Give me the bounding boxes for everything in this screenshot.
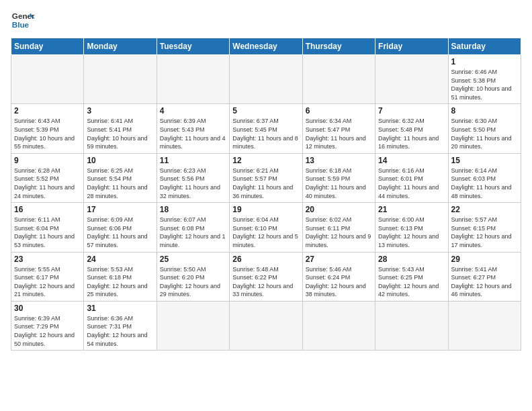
calendar-day-cell: 19Sunrise: 6:04 AM Sunset: 6:10 PM Dayli… <box>230 203 302 252</box>
day-info: Sunrise: 6:28 AM Sunset: 5:52 PM Dayligh… <box>14 167 81 200</box>
day-number: 18 <box>160 205 226 214</box>
day-number: 24 <box>87 255 153 264</box>
calendar-week-row: 30Sunrise: 6:39 AM Sunset: 7:29 PM Dayli… <box>11 301 521 350</box>
day-info: Sunrise: 6:46 AM Sunset: 5:38 PM Dayligh… <box>451 68 518 101</box>
calendar-week-row: 1Sunrise: 6:46 AM Sunset: 5:38 PM Daylig… <box>11 55 521 104</box>
day-number: 16 <box>14 205 81 214</box>
calendar-day-cell <box>302 55 375 104</box>
calendar-day-cell <box>11 55 84 104</box>
day-info: Sunrise: 5:46 AM Sunset: 6:24 PM Dayligh… <box>306 265 372 299</box>
day-info: Sunrise: 6:00 AM Sunset: 6:13 PM Dayligh… <box>378 216 445 249</box>
calendar-day-cell: 6Sunrise: 6:34 AM Sunset: 5:47 PM Daylig… <box>302 104 375 153</box>
day-info: Sunrise: 5:55 AM Sunset: 6:17 PM Dayligh… <box>14 265 81 299</box>
day-number: 1 <box>451 57 518 66</box>
calendar-day-cell: 12Sunrise: 6:21 AM Sunset: 5:57 PM Dayli… <box>230 153 302 202</box>
day-info: Sunrise: 6:11 AM Sunset: 6:04 PM Dayligh… <box>14 216 81 249</box>
day-number: 21 <box>378 205 445 214</box>
day-info: Sunrise: 5:53 AM Sunset: 6:18 PM Dayligh… <box>87 265 153 299</box>
calendar-day-cell: 24Sunrise: 5:53 AM Sunset: 6:18 PM Dayli… <box>84 252 157 301</box>
day-info: Sunrise: 6:21 AM Sunset: 5:57 PM Dayligh… <box>232 167 299 200</box>
day-info: Sunrise: 6:14 AM Sunset: 6:03 PM Dayligh… <box>451 167 518 200</box>
day-number: 22 <box>451 205 518 214</box>
calendar-day-cell: 1Sunrise: 6:46 AM Sunset: 5:38 PM Daylig… <box>448 55 521 104</box>
day-info: Sunrise: 6:39 AM Sunset: 7:29 PM Dayligh… <box>14 314 81 348</box>
calendar-day-cell: 14Sunrise: 6:16 AM Sunset: 6:01 PM Dayli… <box>375 153 448 202</box>
day-info: Sunrise: 6:34 AM Sunset: 5:47 PM Dayligh… <box>306 117 372 150</box>
calendar-day-cell: 18Sunrise: 6:07 AM Sunset: 6:08 PM Dayli… <box>157 203 229 252</box>
calendar-day-header: Saturday <box>448 38 521 55</box>
calendar-week-row: 2Sunrise: 6:43 AM Sunset: 5:39 PM Daylig… <box>11 104 521 153</box>
calendar-day-cell: 22Sunrise: 5:57 AM Sunset: 6:15 PM Dayli… <box>448 203 521 252</box>
calendar-day-cell: 20Sunrise: 6:02 AM Sunset: 6:11 PM Dayli… <box>302 203 375 252</box>
calendar-day-cell: 3Sunrise: 6:41 AM Sunset: 5:41 PM Daylig… <box>84 104 157 153</box>
day-info: Sunrise: 5:50 AM Sunset: 6:20 PM Dayligh… <box>160 265 226 299</box>
calendar-day-cell <box>230 55 302 104</box>
day-number: 23 <box>14 255 81 264</box>
calendar-day-cell <box>448 301 521 350</box>
day-number: 9 <box>14 156 81 165</box>
logo: General Blue <box>11 8 35 32</box>
calendar-day-cell: 31Sunrise: 6:36 AM Sunset: 7:31 PM Dayli… <box>84 301 157 350</box>
svg-text:Blue: Blue <box>12 20 30 29</box>
calendar-day-cell: 17Sunrise: 6:09 AM Sunset: 6:06 PM Dayli… <box>84 203 157 252</box>
calendar-day-header: Tuesday <box>157 38 229 55</box>
calendar-week-row: 23Sunrise: 5:55 AM Sunset: 6:17 PM Dayli… <box>11 252 521 301</box>
day-info: Sunrise: 5:41 AM Sunset: 6:27 PM Dayligh… <box>451 265 518 299</box>
day-info: Sunrise: 6:18 AM Sunset: 5:59 PM Dayligh… <box>306 167 372 200</box>
day-number: 12 <box>232 156 299 165</box>
day-info: Sunrise: 6:09 AM Sunset: 6:06 PM Dayligh… <box>87 216 153 249</box>
calendar-day-cell <box>157 301 229 350</box>
day-number: 2 <box>14 106 81 116</box>
page: General Blue SundayMondayTuesdayWednesda… <box>0 0 532 411</box>
day-info: Sunrise: 6:02 AM Sunset: 6:11 PM Dayligh… <box>306 216 372 249</box>
calendar-day-header: Monday <box>84 38 157 55</box>
calendar-day-cell: 15Sunrise: 6:14 AM Sunset: 6:03 PM Dayli… <box>448 153 521 202</box>
calendar-day-cell: 7Sunrise: 6:32 AM Sunset: 5:48 PM Daylig… <box>375 104 448 153</box>
day-info: Sunrise: 5:48 AM Sunset: 6:22 PM Dayligh… <box>232 265 299 299</box>
calendar-day-cell: 28Sunrise: 5:43 AM Sunset: 6:25 PM Dayli… <box>375 252 448 301</box>
day-info: Sunrise: 6:07 AM Sunset: 6:08 PM Dayligh… <box>160 216 226 249</box>
calendar-day-cell: 26Sunrise: 5:48 AM Sunset: 6:22 PM Dayli… <box>230 252 302 301</box>
day-info: Sunrise: 6:37 AM Sunset: 5:45 PM Dayligh… <box>232 117 299 150</box>
logo-icon: General Blue <box>11 8 35 32</box>
calendar-day-cell: 25Sunrise: 5:50 AM Sunset: 6:20 PM Dayli… <box>157 252 229 301</box>
day-number: 3 <box>87 106 153 116</box>
day-info: Sunrise: 6:36 AM Sunset: 7:31 PM Dayligh… <box>87 314 153 348</box>
day-info: Sunrise: 5:43 AM Sunset: 6:25 PM Dayligh… <box>378 265 445 299</box>
calendar-day-cell: 23Sunrise: 5:55 AM Sunset: 6:17 PM Dayli… <box>11 252 84 301</box>
day-number: 20 <box>306 205 372 214</box>
day-info: Sunrise: 6:25 AM Sunset: 5:54 PM Dayligh… <box>87 167 153 200</box>
calendar-day-cell: 13Sunrise: 6:18 AM Sunset: 5:59 PM Dayli… <box>302 153 375 202</box>
day-number: 7 <box>378 106 445 116</box>
day-number: 17 <box>87 205 153 214</box>
calendar-day-cell: 27Sunrise: 5:46 AM Sunset: 6:24 PM Dayli… <box>302 252 375 301</box>
calendar-day-cell: 11Sunrise: 6:23 AM Sunset: 5:56 PM Dayli… <box>157 153 229 202</box>
calendar-day-cell: 10Sunrise: 6:25 AM Sunset: 5:54 PM Dayli… <box>84 153 157 202</box>
calendar-day-header: Wednesday <box>230 38 302 55</box>
calendar-day-cell: 9Sunrise: 6:28 AM Sunset: 5:52 PM Daylig… <box>11 153 84 202</box>
day-number: 8 <box>451 106 518 116</box>
header: General Blue <box>11 8 521 32</box>
calendar-day-cell: 16Sunrise: 6:11 AM Sunset: 6:04 PM Dayli… <box>11 203 84 252</box>
calendar-day-cell: 5Sunrise: 6:37 AM Sunset: 5:45 PM Daylig… <box>230 104 302 153</box>
calendar-day-cell <box>375 55 448 104</box>
day-info: Sunrise: 6:30 AM Sunset: 5:50 PM Dayligh… <box>451 117 518 150</box>
calendar-day-cell <box>230 301 302 350</box>
day-number: 14 <box>378 156 445 165</box>
day-number: 25 <box>160 255 226 264</box>
day-info: Sunrise: 6:23 AM Sunset: 5:56 PM Dayligh… <box>160 167 226 200</box>
day-info: Sunrise: 6:41 AM Sunset: 5:41 PM Dayligh… <box>87 117 153 150</box>
day-number: 29 <box>451 255 518 264</box>
calendar-day-cell <box>375 301 448 350</box>
day-number: 19 <box>232 205 299 214</box>
day-number: 10 <box>87 156 153 165</box>
calendar-week-row: 16Sunrise: 6:11 AM Sunset: 6:04 PM Dayli… <box>11 203 521 252</box>
day-number: 26 <box>232 255 299 264</box>
day-number: 6 <box>306 106 372 116</box>
day-number: 4 <box>160 106 226 116</box>
day-info: Sunrise: 6:04 AM Sunset: 6:10 PM Dayligh… <box>232 216 299 249</box>
calendar-day-cell: 30Sunrise: 6:39 AM Sunset: 7:29 PM Dayli… <box>11 301 84 350</box>
day-info: Sunrise: 6:16 AM Sunset: 6:01 PM Dayligh… <box>378 167 445 200</box>
calendar-day-cell: 8Sunrise: 6:30 AM Sunset: 5:50 PM Daylig… <box>448 104 521 153</box>
calendar-table: SundayMondayTuesdayWednesdayThursdayFrid… <box>11 38 521 351</box>
